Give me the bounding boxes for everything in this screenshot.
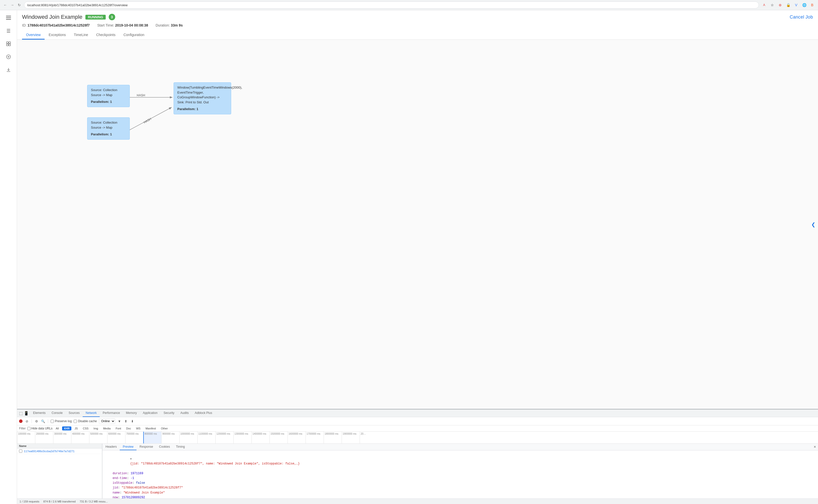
preserve-log-checkbox[interactable]: Preserve log [51,419,72,423]
cancel-job-button[interactable]: Cancel Job [790,15,813,20]
sidebar-icon-download[interactable] [4,65,13,74]
devtools-tab-application[interactable]: Application [140,409,160,417]
network-item-name: 117ea691486c0ccba2d7b746e7a7d271 [24,450,75,453]
network-item-checkbox[interactable] [19,449,22,453]
filter-font[interactable]: Font [114,426,123,430]
filter-all[interactable]: All [54,426,60,430]
graph-node-3-parallelism: Parallelism: 1 [91,132,126,137]
clear-button[interactable]: ⊘ [25,419,29,423]
job-id-label: ID: [22,23,27,27]
back-button[interactable]: ← [3,2,8,8]
record-stop-button[interactable] [19,419,23,423]
filter-manifest[interactable]: Manifest [144,426,158,430]
json-endtime: end-time: -1 [109,476,815,481]
devtools-tab-console[interactable]: Console [49,409,66,417]
filter-css[interactable]: CSS [81,426,90,430]
detail-close-button[interactable]: × [812,444,818,450]
svg-rect-1 [6,18,11,18]
disable-cache-label: Disable cache [78,419,97,423]
address-bar[interactable]: localhost:8081/#/job/1788dc40107b41a02be… [24,2,759,9]
disable-cache-input[interactable] [74,420,77,423]
tab-timeline[interactable]: TimeLine [70,31,92,40]
filter-doc[interactable]: Doc [124,426,133,430]
job-duration-value: 33m 9s [171,23,182,27]
sidebar-icon-menu[interactable] [4,13,13,22]
throttle-select[interactable]: Online [99,418,115,424]
devtools-tab-audits[interactable]: Audits [177,409,191,417]
reload-button[interactable]: ↻ [17,2,22,8]
ext-7[interactable]: B [809,2,815,8]
sidebar-icon-list[interactable] [4,26,13,35]
devtools-inspect-btn[interactable]: ⬚ [19,411,23,415]
hide-data-urls-input[interactable] [27,427,31,430]
devtools-tab-performance[interactable]: Performance [100,409,123,417]
preserve-log-input[interactable] [51,420,54,423]
ext-6[interactable]: 🌐 [801,2,807,8]
throttle-settings[interactable]: ▼ [117,419,122,423]
job-duration-label: Duration: [155,23,170,27]
requests-count: 1 / 159 requests [20,500,39,503]
upload-button[interactable]: ⬆ [124,419,128,423]
graph-node-1[interactable]: Source: Collection Source -> Map Paralle… [87,85,130,107]
filter-media[interactable]: Media [101,426,112,430]
tab-exceptions[interactable]: Exceptions [45,31,70,40]
devtools-tab-sources[interactable]: Sources [66,409,83,417]
svg-rect-6 [7,42,8,44]
tick-1900000: 1900000 ms [342,432,360,443]
filter-js[interactable]: JS [73,426,80,430]
filter-other[interactable]: Other [159,426,170,430]
tick-1500000: 1500000 ms [270,432,288,443]
tick-100000: 100000 ms [17,432,35,443]
detail-tab-preview[interactable]: Preview [120,444,136,450]
status-bar: 1 / 159 requests 874 B / 2.6 MB transfer… [17,498,818,504]
ext-4[interactable]: 🔒 [785,2,791,8]
sidebar-icon-dashboard[interactable] [4,39,13,48]
json-root-preview: {jid: "1788dc40107b41a02be38914c12528f7"… [130,462,300,465]
svg-rect-2 [6,19,11,20]
json-root-toggle[interactable]: ▼ [130,458,132,460]
forward-button[interactable]: → [10,2,15,8]
network-list[interactable]: Name 117ea691486c0ccba2d7b746e7a7d271 [17,444,102,498]
tick-200000: 200000 ms [35,432,53,443]
tab-checkpoints[interactable]: Checkpoints [92,31,119,40]
filter-xhr[interactable]: XHR [62,426,71,430]
devtools-tab-security[interactable]: Security [160,409,177,417]
detail-tab-cookies[interactable]: Cookies [156,444,173,450]
filter-ws[interactable]: WS [134,426,142,430]
hide-data-urls-checkbox[interactable]: Hide data URLs [27,427,53,430]
devtools-device-btn[interactable]: 📱 [24,411,29,415]
network-list-item[interactable]: 117ea691486c0ccba2d7b746e7a7d271 [17,448,102,454]
tick-700000: 700000 ms [125,432,143,443]
ext-5[interactable]: V [793,2,799,8]
network-list-header: Name [17,444,102,448]
job-title: Windowed Join Example [22,14,82,20]
devtools-tab-memory[interactable]: Memory [123,409,140,417]
job-title-row: Windowed Join Example RUNNING 3 [22,14,115,20]
ext-1[interactable]: A [761,2,767,8]
detail-tab-response[interactable]: Response [136,444,156,450]
ext-3[interactable]: ⊛ [777,2,783,8]
devtools-tab-network[interactable]: Network [83,409,100,417]
ext-2[interactable]: ☆ [769,2,775,8]
download-button[interactable]: ⬇ [130,419,135,423]
search-button[interactable]: 🔍 [41,419,45,423]
svg-rect-9 [9,44,11,46]
devtools-tab-adblock[interactable]: Adblock Plus [192,409,215,417]
graph-node-3[interactable]: Source: Collection Source -> Map Paralle… [87,117,130,140]
filter-bar: Filter Hide data URLs All XHR JS CSS Img… [17,425,818,432]
tab-overview[interactable]: Overview [22,31,45,40]
graph-node-2[interactable]: Window(TumblingEventTimeWindows(2000), E… [173,82,231,114]
job-id-item: ID: 1788dc40107b41a02be38914c12528f7 [22,23,90,27]
detail-tab-headers[interactable]: Headers [102,444,120,450]
filter-button[interactable]: ⚙ [34,419,39,423]
tab-configuration[interactable]: Configuration [119,31,148,40]
network-body: Name 117ea691486c0ccba2d7b746e7a7d271 He… [17,444,818,498]
detail-tab-timing[interactable]: Timing [173,444,188,450]
sidebar-icon-add[interactable] [4,52,13,61]
svg-rect-4 [7,31,10,31]
json-name: name: "Windowed Join Example" [109,490,815,495]
devtools-tab-elements[interactable]: Elements [30,409,49,417]
filter-img[interactable]: Img [92,426,100,430]
disable-cache-checkbox[interactable]: Disable cache [74,419,97,423]
url-text: localhost:8081/#/job/1788dc40107b41a02be… [27,3,127,7]
